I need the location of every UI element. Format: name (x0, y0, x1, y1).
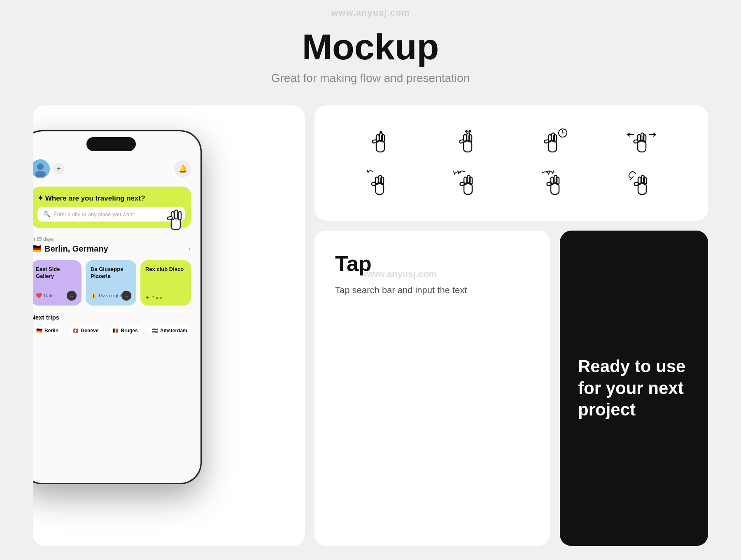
phone-inner: + 🔔 ✦ Where are you traveling next? 🔍 En… (33, 131, 200, 483)
avatar-group: + (33, 159, 65, 178)
search-placeholder: Enter a city or any place you want (54, 211, 134, 217)
card-bottom-2: ⚠️ Pizza night → (91, 291, 131, 301)
page-subtitle: Great for making flow and presentation (0, 72, 741, 85)
card-bottom-1: ❤️ Date → (36, 291, 77, 301)
trip-pill-geneve[interactable]: 🇨🇭Geneve (67, 325, 104, 336)
right-section: Tap Tap search bar and input the text Re… (315, 105, 708, 546)
bottom-right: Tap Tap search bar and input the text Re… (315, 231, 708, 546)
search-label: ✦ Where are you traveling next? (37, 194, 185, 203)
next-trips-section: Next trips 🇩🇪Berlin 🇨🇭Geneve 🇧🇪Bruges 🇳🇱… (33, 314, 191, 336)
svg-point-19 (465, 130, 468, 133)
gesture-two-finger-left-icon (451, 167, 484, 200)
in-days-label: In 25 days (33, 236, 191, 242)
gesture-two-finger-alt-icon (538, 167, 571, 200)
next-trips-label: Next trips (33, 314, 191, 321)
gesture-tap-hold-icon (538, 126, 571, 159)
svg-rect-12 (372, 140, 377, 143)
party-icon: ✦ (145, 295, 149, 301)
tap-description: Tap search bar and input the text (335, 283, 529, 297)
trip-pill-bruges[interactable]: 🇧🇪Bruges (107, 325, 143, 336)
card-arrow-1[interactable]: → (67, 291, 77, 301)
svg-point-13 (380, 131, 382, 133)
trips-pills: 🇩🇪Berlin 🇨🇭Geneve 🇧🇪Bruges 🇳🇱Amsterdam (33, 325, 191, 336)
card-tag-3: ✦ Party (145, 295, 162, 301)
place-card-1[interactable]: East Side Gallery ❤️ Date → (33, 260, 82, 306)
city-row: 🇩🇪 Berlin, Germany → (33, 244, 191, 254)
card-title-1: East Side Gallery (36, 266, 77, 280)
page-title: Mockup (0, 29, 741, 65)
card-title-2: Da Giuseppe Pizzeria (91, 266, 131, 280)
card-tag-1: ❤️ Date (36, 293, 54, 299)
city-name: 🇩🇪 Berlin, Germany (33, 244, 108, 254)
search-icon: 🔍 (43, 211, 50, 217)
gesture-double-tap-icon (451, 126, 484, 159)
city-arrow-icon: → (184, 245, 191, 253)
svg-rect-7 (167, 216, 172, 220)
gesture-circular-icon (364, 167, 397, 200)
add-button[interactable]: + (53, 163, 65, 175)
card-tag-2: ⚠️ Pizza night (91, 293, 121, 299)
card-title-3: Rex club Disco (145, 266, 186, 273)
cta-panel: Ready to use for your next project (560, 231, 708, 546)
svg-rect-25 (544, 140, 549, 143)
destination-section: In 25 days 🇩🇪 Berlin, Germany → (33, 236, 191, 254)
phone-frame: + 🔔 ✦ Where are you traveling next? 🔍 En… (33, 130, 202, 484)
search-input-row[interactable]: 🔍 Enter a city or any place you want (37, 207, 185, 222)
tap-panel: Tap Tap search bar and input the text (315, 231, 550, 546)
gesture-rotate-icon (625, 167, 658, 200)
cards-row: East Side Gallery ❤️ Date → Da (33, 260, 191, 306)
place-card-2[interactable]: Da Giuseppe Pizzeria ⚠️ Pizza night → (86, 260, 136, 306)
dynamic-island (86, 137, 136, 151)
svg-rect-5 (175, 210, 178, 219)
search-section: ✦ Where are you traveling next? 🔍 Enter … (33, 187, 191, 228)
trip-pill-amsterdam[interactable]: 🇳🇱Amsterdam (147, 325, 193, 336)
svg-point-1 (37, 163, 44, 170)
svg-point-2 (35, 171, 46, 177)
left-panel: + 🔔 ✦ Where are you traveling next? 🔍 En… (33, 105, 305, 546)
city-flag: 🇩🇪 (33, 244, 41, 254)
app-top-bar: + 🔔 (33, 159, 191, 178)
tap-title: Tap (335, 251, 529, 276)
card-bottom-3: ✦ Party (145, 295, 186, 301)
trip-pill-berlin[interactable]: 🇩🇪Berlin (33, 325, 64, 336)
heart-icon: ❤️ (36, 293, 42, 299)
main-content: + 🔔 ✦ Where are you traveling next? 🔍 En… (0, 85, 741, 546)
gesture-swipe-lr-icon (625, 126, 658, 159)
header: Mockup Great for making flow and present… (0, 0, 741, 85)
svg-rect-6 (178, 212, 181, 220)
gesture-tap-icon (364, 126, 397, 159)
svg-rect-33 (634, 140, 638, 143)
bell-button[interactable]: 🔔 (174, 160, 191, 177)
tap-cursor-icon (165, 206, 188, 236)
svg-point-20 (468, 130, 471, 133)
card-arrow-2[interactable]: → (121, 291, 131, 301)
cta-text: Ready to use for your next project (578, 356, 690, 421)
svg-rect-18 (459, 140, 464, 143)
place-card-3[interactable]: Rex club Disco ✦ Party (140, 260, 191, 306)
app-content: + 🔔 ✦ Where are you traveling next? 🔍 En… (33, 131, 200, 483)
warning-icon: ⚠️ (91, 293, 97, 299)
gesture-panel (315, 105, 708, 221)
user-avatar (33, 159, 50, 178)
